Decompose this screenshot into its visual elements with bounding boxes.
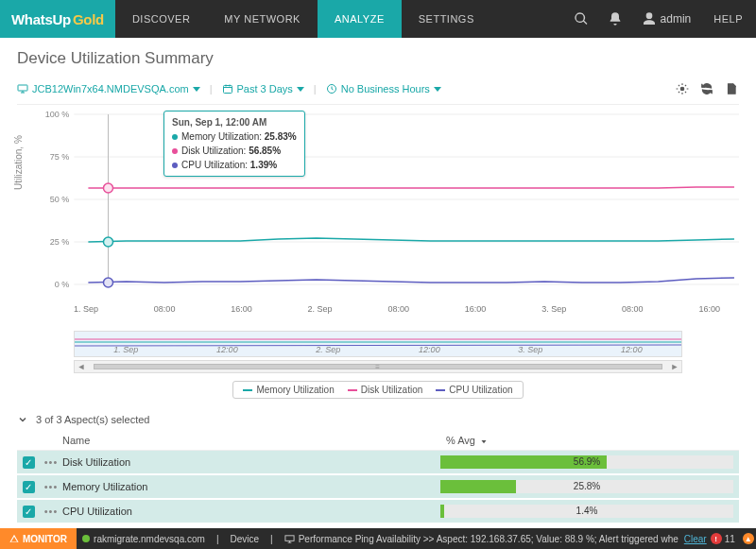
row-name: CPU Utilization [62,506,440,517]
aspect-table-header: Name % Avg [17,431,739,451]
svg-text:25 %: 25 % [50,237,70,247]
monitor-icon [17,83,28,94]
device-name: JCB12Win7x64.NMDEVSQA.com [32,83,189,94]
page-title: Device Utilization Summary [17,49,739,68]
alert-icon [9,534,19,543]
svg-point-15 [103,183,112,193]
col-avg[interactable]: % Avg [446,435,503,446]
range-label: Past 3 Days [237,83,293,94]
aspect-summary-text: 3 of 3 Aspect(s) selected [36,414,149,425]
status-dot-icon [82,535,90,542]
svg-text:75 %: 75 % [50,152,70,162]
row-menu-icon[interactable]: ••• [40,481,62,492]
warn-count[interactable]: ▲13 [739,533,756,544]
row-checkbox[interactable] [23,506,35,518]
row-checkbox[interactable] [23,456,35,469]
col-name[interactable]: Name [62,435,446,446]
sort-desc-icon [479,436,489,445]
svg-text:0 %: 0 % [55,280,70,289]
svg-rect-0 [18,85,27,91]
hours-picker[interactable]: No Business Hours [326,83,441,94]
row-name: Memory Utilization [62,481,440,492]
table-row[interactable]: •••CPU Utilization1.4% [17,500,739,524]
svg-text:50 %: 50 % [50,195,70,204]
chevron-down-icon[interactable] [17,414,28,425]
monitor-button[interactable]: MONITOR [0,528,77,549]
status-bar: MONITOR rakmigrate.nmdevsqa.com | Device… [0,528,756,549]
row-name: Disk Utilization [62,456,440,468]
logo-whatsup: WhatsUp [11,11,71,27]
scroll-thumb[interactable]: ≡ [94,364,662,369]
logo-gold: Gold [73,11,104,27]
nav-my-network[interactable]: MY NETWORK [207,0,318,38]
clock-icon [326,83,337,94]
device-picker[interactable]: JCB12Win7x64.NMDEVSQA.com [17,83,200,94]
user-name: admin [661,12,692,26]
chart-legend: Memory Utilization Disk Utilization CPU … [232,381,523,399]
chevron-down-icon [193,87,200,92]
range-picker[interactable]: Past 3 Days [222,83,304,94]
table-row[interactable]: •••Disk Utilization56.9% [17,451,739,475]
user-menu[interactable]: admin [632,11,701,26]
status-perf: Performance Ping Availability >> Aspect:… [299,534,679,544]
scroll-left-icon[interactable]: ◄ [75,361,88,372]
row-menu-icon[interactable]: ••• [40,506,62,517]
settings-icon[interactable] [675,81,690,96]
monitor-icon [284,534,295,544]
chart-tooltip: Sun, Sep 1, 12:00 AM Memory Utilization:… [163,111,305,177]
x-axis-ticks: 1. Sep 08:00 16:00 2. Sep 08:00 16:00 3.… [74,304,720,314]
svg-rect-1 [223,86,232,94]
scroll-right-icon[interactable]: ► [668,361,681,372]
filter-bar: JCB12Win7x64.NMDEVSQA.com | Past 3 Days … [17,81,739,96]
refresh-icon[interactable] [699,81,714,96]
chevron-down-icon [297,87,304,92]
nav-settings[interactable]: SETTINGS [402,0,491,38]
calendar-icon [222,83,233,94]
range-navigator[interactable]: 1. Sep 12:00 2. Sep 12:00 3. Sep 12:00 [74,331,682,357]
svg-point-3 [680,87,684,91]
svg-point-17 [103,278,112,287]
table-row[interactable]: •••Memory Utilization25.8% [17,475,739,500]
status-device: Device [230,534,259,544]
y-axis-label: Utilization, % [13,135,24,190]
utilization-chart[interactable]: Utilization, % 0 % 25 % 50 % 75 % 100 % [17,104,739,331]
nav-help[interactable]: HELP [700,0,756,38]
row-checkbox[interactable] [23,481,35,493]
svg-text:100 %: 100 % [45,110,70,119]
bell-icon[interactable] [598,0,632,38]
search-icon[interactable] [564,0,598,38]
row-bar: 1.4% [440,505,733,518]
status-host: rakmigrate.nmdevsqa.com [94,534,205,544]
horizontal-scrollbar[interactable]: ◄ ≡ ► [74,360,682,373]
clear-link[interactable]: Clear [684,534,707,544]
nav-discover[interactable]: DISCOVER [115,0,207,38]
user-icon [642,11,657,26]
svg-rect-18 [285,535,294,540]
nav-analyze[interactable]: ANALYZE [318,0,402,38]
chevron-down-icon [434,87,441,92]
top-nav: WhatsUpGold DISCOVER MY NETWORK ANALYZE … [0,0,756,38]
hours-label: No Business Hours [341,83,430,94]
svg-point-16 [103,237,112,247]
export-icon[interactable] [724,81,739,96]
row-bar: 25.8% [440,480,733,493]
logo[interactable]: WhatsUpGold [0,0,115,38]
row-bar: 56.9% [440,455,733,469]
row-menu-icon[interactable]: ••• [40,456,62,468]
aspect-summary-row[interactable]: 3 of 3 Aspect(s) selected [17,408,739,431]
error-count[interactable]: !11 [707,533,739,544]
